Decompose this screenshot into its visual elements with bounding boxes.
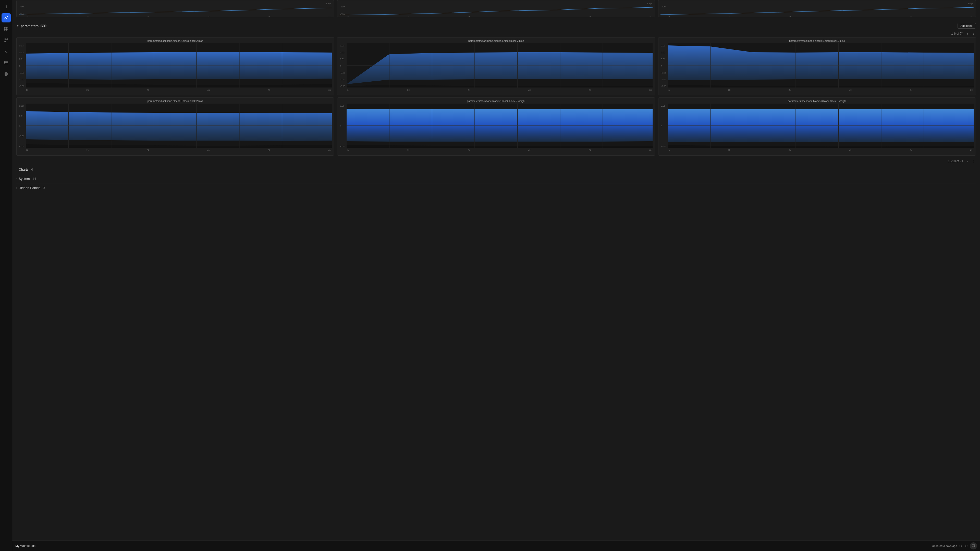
partial-chart-svg-1 — [19, 5, 332, 16]
pagination-bottom-label: 13-18 of 74 — [948, 159, 963, 163]
hidden-panels-chevron-icon: › — [16, 186, 17, 189]
redo-button[interactable]: ↻ — [964, 544, 968, 548]
chart-bias-0-title: parameters/backbone.blocks.0.block.block… — [19, 100, 332, 103]
chart-bias-5-title: parameters/backbone.blocks.5.block.block… — [660, 40, 974, 42]
svg-rect-3 — [4, 27, 6, 29]
y-axis-bias-0: 0.020.010-0.01-0.02 — [19, 105, 24, 148]
system-section-row[interactable]: › System 14 — [16, 174, 976, 183]
y-axis-bias-1: 0.030.020.010-0.01-0.02-0.03 — [340, 44, 345, 87]
y-label-bot-2: -300 — [340, 13, 345, 16]
y-axis-bias-3: 0.030.020.010-0.01-0.02-0.03 — [19, 44, 24, 87]
prev-page-bottom[interactable]: ‹ — [966, 159, 970, 164]
x-labels-top-2: 1k2k3k4k5k6k — [339, 16, 652, 17]
y-axis-weight-1: 0.050-0.05 — [340, 105, 345, 148]
parameters-label: parameters — [21, 24, 38, 28]
bottom-bar-right: Updated 3 days ago ↺ ↻ — [932, 542, 977, 549]
chart-bias-3-svg — [26, 43, 332, 87]
workspace-label: My Workspace — [15, 544, 35, 548]
svg-point-1 — [6, 18, 6, 19]
y-label-top-1: -400 — [19, 5, 24, 8]
chart-bias-0: parameters/backbone.blocks.0.block.block… — [16, 97, 334, 156]
chart-weight-3: parameters/backbone.blocks.3.block.block… — [658, 97, 976, 156]
svg-rect-13 — [4, 62, 8, 64]
chat-button[interactable] — [970, 542, 977, 549]
partial-chart-svg-2 — [339, 5, 652, 16]
sidebar-icon-panel[interactable] — [2, 58, 11, 67]
sidebar-icon-branch[interactable] — [2, 36, 11, 45]
sidebar-icon-chart[interactable] — [2, 13, 11, 22]
x-labels-top-1: 1k2k3k4k5k6k — [19, 16, 332, 17]
svg-marker-47 — [26, 111, 332, 141]
next-page-top[interactable]: › — [972, 31, 976, 36]
updated-label: Updated 3 days ago — [932, 545, 957, 548]
x-labels-weight-3: 1k2k3k4k5k6k — [660, 148, 974, 151]
x-labels-bias-5: 1k2k3k4k5k6k — [660, 88, 974, 91]
chart-bias-5: parameters/backbone.blocks.5.block.block… — [658, 37, 976, 95]
y-axis-bias-5: 0.030.020.010-0.01-0.02-0.03 — [661, 44, 667, 87]
chart-weight-1-title: parameters/backbone.blocks.1.block.block… — [339, 100, 652, 103]
main-content: Step -400 -600 1k2k3k4k5k6k Step -200 -3… — [12, 0, 980, 551]
x-labels-bias-1: 1k2k3k4k5k6k — [339, 88, 652, 91]
parameters-count: 74 — [40, 24, 47, 27]
charts-section-row[interactable]: › Charts 4 — [16, 165, 976, 174]
system-count: 14 — [32, 177, 36, 181]
chart-bias-1-svg — [347, 43, 652, 87]
chart-bias-1-title: parameters/backbone.blocks.1.block.block… — [339, 40, 652, 42]
system-chevron-icon: › — [16, 177, 17, 180]
charts-count: 4 — [31, 168, 33, 171]
x-labels-top-3: 1k2k3k4k5k6k — [660, 16, 974, 17]
x-labels-weight-1: 1k2k3k4k5k6k — [339, 148, 652, 151]
step-label-2: Step — [339, 2, 652, 5]
pagination-bottom: 13-18 of 74 ‹ › — [16, 158, 976, 165]
bottom-bar: My Workspace ⋯ Updated 3 days ago ↺ ↻ — [12, 540, 980, 551]
step-label-3: Step — [660, 2, 974, 5]
chart-bias-0-svg — [26, 103, 332, 148]
charts-row-1: parameters/backbone.blocks.3.block.block… — [16, 37, 976, 95]
chart-weight-1: parameters/backbone.blocks.1.block.block… — [337, 97, 655, 156]
sidebar-icon-terminal[interactable] — [2, 47, 11, 56]
svg-point-9 — [5, 41, 6, 42]
undo-button[interactable]: ↺ — [959, 544, 963, 548]
svg-point-7 — [5, 38, 6, 40]
system-section-label: System — [19, 177, 30, 181]
pagination-top-label: 1-6 of 74 — [951, 32, 963, 35]
chart-bias-1: parameters/backbone.blocks.1.block.block… — [337, 37, 655, 95]
sidebar-icon-info[interactable]: ℹ — [2, 2, 11, 11]
chart-weight-3-svg — [668, 103, 974, 148]
hidden-panels-section-row[interactable]: › Hidden Panels 0 — [16, 183, 976, 192]
content-area: Step -400 -600 1k2k3k4k5k6k Step -200 -3… — [12, 0, 980, 540]
partial-chart-1: Step -400 -600 1k2k3k4k5k6k — [16, 0, 334, 17]
chart-bias-3: parameters/backbone.blocks.3.block.block… — [16, 37, 334, 95]
svg-point-2 — [7, 16, 8, 17]
y-label-bot-1: -600 — [19, 13, 24, 16]
next-page-bottom[interactable]: › — [972, 159, 976, 164]
workspace-area: My Workspace ⋯ — [15, 544, 41, 548]
partial-chart-svg-3 — [660, 5, 974, 16]
svg-rect-6 — [6, 29, 8, 31]
x-labels-bias-0: 1k2k3k4k5k6k — [19, 148, 332, 151]
chart-bias-3-title: parameters/backbone.blocks.3.block.block… — [19, 40, 332, 42]
svg-point-15 — [5, 73, 7, 73]
svg-marker-17 — [26, 52, 332, 79]
svg-point-8 — [6, 38, 8, 40]
charts-chevron-icon: › — [16, 168, 17, 171]
add-panel-button[interactable]: Add panel — [958, 23, 976, 29]
prev-page-top[interactable]: ‹ — [966, 31, 970, 36]
svg-rect-4 — [6, 27, 8, 29]
hidden-panels-section-label: Hidden Panels — [19, 186, 40, 190]
sidebar-icon-grid[interactable] — [2, 24, 11, 34]
y-label-top-3: -400 — [661, 5, 666, 8]
charts-row-2: parameters/backbone.blocks.0.block.block… — [16, 97, 976, 156]
svg-rect-5 — [4, 29, 6, 31]
partial-chart-2: Step -200 -300 1k2k3k4k5k6k — [337, 0, 655, 17]
y-axis-weight-3: 0.050-0.05 — [661, 105, 667, 148]
pagination-top: 1-6 of 74 ‹ › — [16, 30, 976, 37]
charts-section-label: Charts — [19, 168, 28, 171]
parameters-section-title[interactable]: ▼ parameters 74 — [16, 24, 47, 28]
hidden-panels-count: 0 — [43, 186, 45, 190]
workspace-menu-icon[interactable]: ⋯ — [37, 544, 41, 548]
y-label-top-2: -200 — [340, 5, 345, 8]
sidebar-icon-database[interactable] — [2, 69, 11, 79]
parameters-section-header: ▼ parameters 74 Add panel — [16, 21, 976, 30]
svg-point-0 — [5, 17, 6, 18]
